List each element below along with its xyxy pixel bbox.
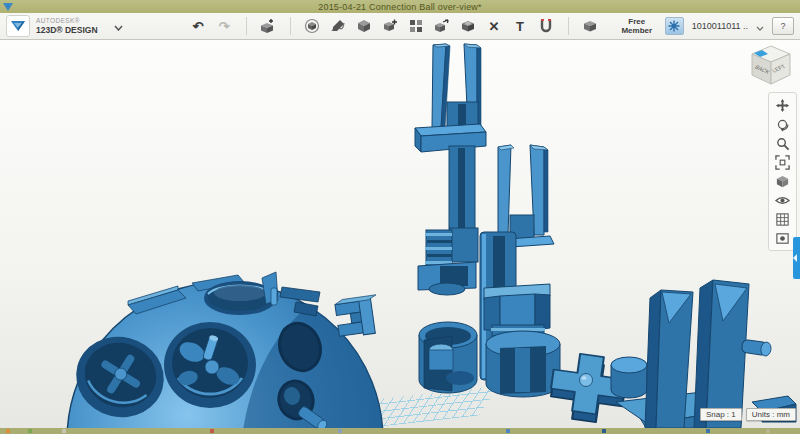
hex-collar: [484, 284, 550, 330]
app-menu-chevron-icon[interactable]: [114, 17, 123, 35]
snap-icon[interactable]: [535, 15, 558, 37]
part-fork-pillar-short[interactable]: [480, 145, 560, 397]
navigation-toolbar: [768, 92, 797, 251]
3d-viewport[interactable]: BACK LEFT: [0, 40, 800, 428]
toolbar-separator: [290, 17, 291, 35]
membership-label: Free Member: [617, 17, 657, 35]
insert-icon[interactable]: [257, 15, 280, 37]
side-panel-tab[interactable]: [793, 237, 800, 279]
base-cylinder-cutaway: [486, 331, 560, 397]
ball-socket-top: [206, 272, 278, 313]
visibility-icon[interactable]: [773, 192, 793, 208]
app-menu-button[interactable]: [6, 15, 30, 37]
construct-icon[interactable]: [379, 15, 402, 37]
avatar[interactable]: [665, 17, 684, 35]
grouping-icon[interactable]: [431, 15, 454, 37]
brand-text: AUTODESK® 123D® DESIGN: [36, 18, 98, 34]
shading-icon[interactable]: [773, 173, 793, 189]
side-panel-arrow-icon: [793, 254, 797, 262]
orbit-icon[interactable]: [773, 116, 793, 132]
user-id[interactable]: 1010011011 ..: [692, 21, 748, 31]
transform-icon[interactable]: [301, 15, 324, 37]
bottom-strip: [0, 428, 800, 434]
main-toolbar: AUTODESK® 123D® DESIGN ↶ ↷: [0, 13, 800, 40]
ball-socket-front: [164, 322, 256, 408]
fit-icon[interactable]: [773, 154, 793, 170]
grid-icon[interactable]: [773, 211, 793, 227]
snap-setting[interactable]: Snap : 1: [700, 408, 742, 421]
part-fork-pillar-tall[interactable]: [415, 44, 486, 295]
part-cup[interactable]: [419, 322, 477, 393]
account-chevron-icon[interactable]: [756, 17, 764, 35]
pattern-icon[interactable]: [405, 15, 428, 37]
part-small-cylinder[interactable]: [611, 357, 647, 398]
thread-section-a: [425, 230, 452, 268]
sketch-icon[interactable]: [327, 15, 350, 37]
brand-123d-design: 123D® DESIGN: [36, 26, 98, 35]
part-bar-left[interactable]: [645, 290, 693, 428]
toolbar-separator: [568, 17, 569, 35]
scene-canvas[interactable]: [0, 40, 800, 428]
pan-icon[interactable]: [773, 97, 793, 113]
zoom-icon[interactable]: [773, 135, 793, 151]
primitives-icon[interactable]: [353, 15, 376, 37]
account-area: Free Member 1010011011 .. ?: [617, 17, 794, 35]
material-icon[interactable]: [579, 15, 602, 37]
brand-autodesk: AUTODESK®: [36, 18, 98, 25]
window-titlebar: 2015-04-21 Connection Ball over-view*: [0, 0, 800, 13]
taskbar-sliver: [6, 429, 10, 433]
toolbar-separator: [246, 17, 247, 35]
view-cube[interactable]: BACK LEFT: [748, 44, 794, 90]
123d-logo-icon: [10, 19, 26, 33]
tool-icon-row: ↶ ↷: [187, 15, 602, 37]
app-window: 2015-04-21 Connection Ball over-view* AU…: [0, 0, 800, 434]
text-tool-icon[interactable]: T: [509, 15, 532, 37]
avatar-gear-icon: [668, 20, 680, 32]
units-setting[interactable]: Units : mm: [746, 408, 796, 421]
combine-icon[interactable]: [457, 15, 480, 37]
delete-icon[interactable]: ✕: [483, 15, 506, 37]
part-clip-bracket[interactable]: [334, 295, 381, 338]
window-title: 2015-04-21 Connection Ball over-view*: [0, 2, 800, 12]
redo-button[interactable]: ↷: [213, 15, 236, 37]
material-outline-icon[interactable]: [773, 230, 793, 246]
bar-peg: [741, 339, 772, 357]
undo-button[interactable]: ↶: [187, 15, 210, 37]
help-button[interactable]: ?: [772, 17, 794, 35]
statusbar: Snap : 1 Units : mm: [700, 408, 796, 421]
